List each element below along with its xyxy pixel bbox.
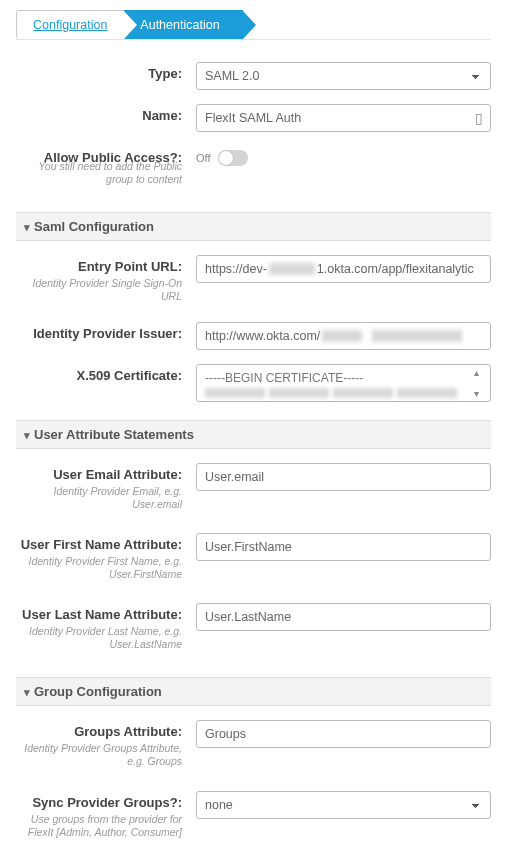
groups-attr-label: Groups Attribute: <box>16 720 196 739</box>
entry-point-input[interactable]: https://dev- 1.okta.com/app/flexitanalyt… <box>196 255 491 283</box>
issuer-label: Identity Provider Issuer: <box>16 322 196 341</box>
entry-point-prefix: https://dev- <box>205 262 267 276</box>
redacted-segment <box>322 330 362 342</box>
section-user-attr-title: User Attribute Statements <box>34 427 194 442</box>
firstname-attr-input[interactable] <box>196 533 491 561</box>
email-attr-hint: Identity Provider Email, e.g. User.email <box>16 485 196 511</box>
cert-scrollbar[interactable]: ▴▾ <box>474 367 488 399</box>
section-user-attr[interactable]: ▾User Attribute Statements <box>16 420 491 449</box>
redacted-segment <box>269 263 315 275</box>
firstname-attr-hint: Identity Provider First Name, e.g. User.… <box>16 555 196 581</box>
entry-point-hint: Identity Provider Single Sign-On URL <box>16 277 196 303</box>
sync-groups-label: Sync Provider Groups?: <box>16 791 196 810</box>
tabs: Configuration Authentication <box>16 10 491 40</box>
public-access-state: Off <box>196 152 210 164</box>
section-saml-title: Saml Configuration <box>34 219 154 234</box>
cert-textarea[interactable]: -----BEGIN CERTIFICATE----- ▴▾ <box>196 364 491 402</box>
type-label: Type: <box>16 62 196 81</box>
tab-configuration[interactable]: Configuration <box>16 10 124 39</box>
issuer-input[interactable]: http://www.okta.com/ <box>196 322 491 350</box>
email-attr-input[interactable] <box>196 463 491 491</box>
groups-attr-hint: Identity Provider Groups Attribute, e.g.… <box>16 742 196 768</box>
name-label: Name: <box>16 104 196 123</box>
chevron-down-icon: ▾ <box>24 686 30 699</box>
type-select[interactable]: SAML 2.0 <box>196 62 491 90</box>
sync-groups-hint: Use groups from the provider for FlexIt … <box>16 813 196 839</box>
chevron-down-icon: ▾ <box>24 429 30 442</box>
tab-authentication[interactable]: Authentication <box>123 10 242 39</box>
cert-line1: -----BEGIN CERTIFICATE----- <box>205 371 482 385</box>
redacted-segment <box>333 388 393 398</box>
section-group-config-title: Group Configuration <box>34 684 162 699</box>
chevron-down-icon: ▾ <box>24 221 30 234</box>
issuer-prefix: http://www.okta.com/ <box>205 329 320 343</box>
redacted-segment <box>205 388 265 398</box>
lastname-attr-hint: Identity Provider Last Name, e.g. User.L… <box>16 625 196 651</box>
entry-point-suffix: 1.okta.com/app/flexitanalytic <box>317 262 474 276</box>
redacted-segment <box>372 330 462 342</box>
redacted-segment <box>269 388 329 398</box>
name-tag-icon: ▯ <box>475 110 483 126</box>
lastname-attr-label: User Last Name Attribute: <box>16 603 196 622</box>
lastname-attr-input[interactable] <box>196 603 491 631</box>
entry-point-label: Entry Point URL: <box>16 255 196 274</box>
public-access-toggle[interactable] <box>218 150 248 166</box>
cert-label: X.509 Certificate: <box>16 364 196 383</box>
section-saml-config[interactable]: ▾Saml Configuration <box>16 212 491 241</box>
email-attr-label: User Email Attribute: <box>16 463 196 482</box>
groups-attr-input[interactable] <box>196 720 491 748</box>
public-access-hint: You still need to add the Public group t… <box>16 160 196 186</box>
name-input[interactable] <box>196 104 491 132</box>
section-group-config[interactable]: ▾Group Configuration <box>16 677 491 706</box>
redacted-segment <box>397 388 457 398</box>
sync-groups-select[interactable]: none <box>196 791 491 819</box>
firstname-attr-label: User First Name Attribute: <box>16 533 196 552</box>
